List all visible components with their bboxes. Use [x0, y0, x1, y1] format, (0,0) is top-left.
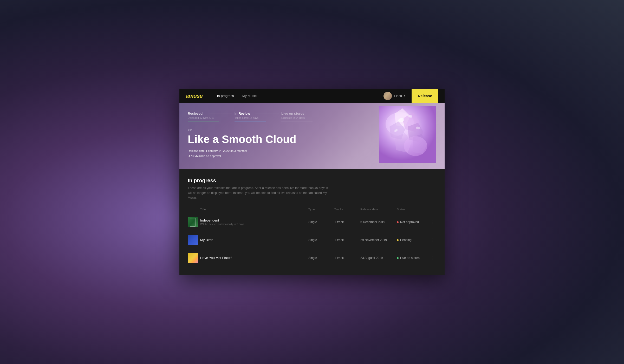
- col-thumb: [188, 208, 200, 211]
- table-row[interactable]: Independent Will be deleted automaticall…: [188, 213, 436, 231]
- album-cover: [379, 106, 436, 163]
- status-cell: Not approved: [397, 220, 428, 224]
- app-window: amuse In progress My Music Flack ▾ Relea…: [179, 89, 445, 275]
- status-dot-red: [397, 221, 399, 223]
- navbar: amuse In progress My Music Flack ▾ Relea…: [179, 89, 445, 103]
- track-title-cell: Independent Will be deleted automaticall…: [200, 218, 308, 226]
- section-title: In progress: [188, 178, 436, 184]
- status-line-done: [188, 121, 219, 121]
- row-menu-button[interactable]: ⋮: [428, 256, 436, 261]
- table-header: Title Type Tracks Release date Status: [188, 208, 436, 213]
- cover-art-image: [379, 106, 436, 163]
- thumb-blue: [188, 235, 198, 245]
- col-tracks: Tracks: [334, 208, 360, 211]
- track-title-cell: My Birds: [200, 238, 308, 242]
- release-button[interactable]: Release: [412, 89, 438, 103]
- col-status: Status: [397, 208, 428, 211]
- nav-link-in-progress[interactable]: In progress: [213, 89, 238, 103]
- username: Flack: [394, 94, 402, 98]
- status-step-in-review: In Review Takes aprox 14 days: [235, 112, 281, 121]
- table-row[interactable]: Have You Met Flack? Single 1 track 23 Au…: [188, 249, 436, 267]
- nav-link-my-music[interactable]: My Music: [238, 89, 261, 103]
- col-release-date: Release date: [360, 208, 397, 211]
- col-type: Type: [308, 208, 334, 211]
- track-type: Single: [308, 220, 334, 224]
- release-date: 23 Augusti 2019: [360, 256, 397, 260]
- avatar-image: [384, 92, 392, 100]
- status-step-sub: Expected in 94 days: [281, 116, 313, 119]
- status-step-received: Recieved Uploaded 12 Nov 2019: [188, 112, 235, 121]
- track-type: Single: [308, 256, 334, 260]
- track-type: Single: [308, 238, 334, 242]
- thumb-gradient: [188, 253, 198, 263]
- status-label: Not approved: [400, 220, 419, 224]
- table-row[interactable]: My Birds Single 1 track 29 November 2019…: [188, 231, 436, 249]
- track-thumbnail: [188, 235, 198, 245]
- nav-right: Flack ▾ Release: [384, 89, 438, 103]
- track-subtitle: Will be deleted automatically in 9 days.: [200, 223, 308, 226]
- chevron-down-icon[interactable]: ▾: [404, 94, 405, 97]
- avatar: [384, 92, 392, 100]
- track-count: 1 track: [334, 220, 360, 224]
- status-step-sub: Uploaded 12 Nov 2019: [188, 116, 219, 119]
- status-cell: Pending: [397, 238, 428, 242]
- status-line-active: [235, 121, 266, 121]
- track-thumbnail: [188, 253, 198, 263]
- track-thumbnail: [188, 217, 198, 227]
- section-description: These are all your releases that are in …: [188, 186, 328, 201]
- main-content: In progress These are all your releases …: [179, 169, 445, 276]
- row-menu-button[interactable]: ⋮: [428, 220, 436, 225]
- status-step-name: Recieved: [188, 112, 219, 115]
- status-label: Pending: [400, 238, 412, 242]
- status-label: Live on stores: [400, 256, 420, 260]
- status-step-sub: Takes aprox 14 days: [235, 116, 266, 119]
- release-date: 6 December 2019: [360, 220, 397, 224]
- cover-art-svg: [379, 106, 436, 163]
- col-title: Title: [200, 208, 308, 211]
- track-count: 1 track: [334, 256, 360, 260]
- hero-section: Recieved Uploaded 12 Nov 2019 In Review …: [179, 103, 445, 169]
- status-line-pending: [281, 121, 313, 121]
- track-title: My Birds: [200, 238, 308, 242]
- col-menu: [428, 208, 436, 211]
- status-step-live: Live on stores Expected in 94 days: [281, 112, 328, 121]
- release-date: 29 November 2019: [360, 238, 397, 242]
- nav-links: In progress My Music: [213, 89, 384, 103]
- track-count: 1 track: [334, 238, 360, 242]
- status-step-name: In Review: [235, 112, 266, 115]
- svg-point-8: [404, 136, 427, 156]
- track-title-cell: Have You Met Flack?: [200, 256, 308, 260]
- status-dot-green: [397, 257, 399, 259]
- status-cell: Live on stores: [397, 256, 428, 260]
- thumb-door: [188, 217, 198, 227]
- status-dot-yellow: [397, 239, 399, 241]
- logo: amuse: [186, 93, 203, 99]
- track-title: Independent: [200, 218, 308, 222]
- row-menu-button[interactable]: ⋮: [428, 238, 436, 243]
- track-title: Have You Met Flack?: [200, 256, 308, 260]
- status-step-name: Live on stores: [281, 112, 313, 115]
